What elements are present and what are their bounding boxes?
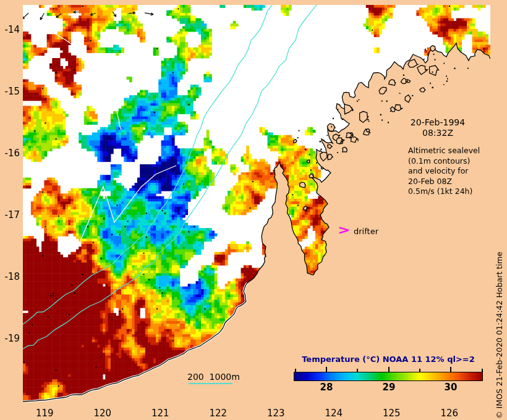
altimetric-note-line: Altimetric sealevel: [408, 146, 480, 156]
drifter-label: drifter: [354, 227, 378, 236]
x-tick-label: 123: [262, 408, 289, 419]
altimetric-note: Altimetric sealevel(0.1m contours)and ve…: [408, 146, 480, 197]
y-tick-label: -14: [0, 24, 20, 35]
y-tick-label: -15: [0, 86, 20, 97]
colorbar-title: Temperature (°C) NOAA 11 12% ql>=2: [289, 355, 487, 364]
credit-text: © IMOS 21-Feb-2020 01:24:42 Hobart time: [495, 233, 504, 419]
colorbar-tick-label: 29: [377, 382, 401, 393]
altimetric-note-line: and velocity for: [408, 166, 480, 177]
altimetric-note-line: 20-Feb 08Z: [408, 177, 480, 187]
colorbar-minor-tick: [419, 369, 420, 372]
colorbar-tick-label: 30: [438, 382, 463, 393]
x-tick-label: 121: [147, 408, 174, 419]
y-tick-label: -18: [0, 271, 20, 282]
x-tick-label: 125: [378, 408, 405, 419]
colorbar-major-tick: [326, 367, 327, 372]
depth-contour-sample-line: [189, 383, 232, 384]
depth-scale-label: 200 1000m: [187, 372, 240, 382]
x-tick-label: 126: [436, 408, 463, 419]
colorbar-minor-tick: [295, 369, 296, 372]
x-tick-label: 120: [89, 408, 116, 419]
datetime-annotation: 20-Feb-1994 08:32Z: [408, 117, 467, 138]
colorbar-gradient: [294, 372, 483, 381]
colorbar-major-tick: [450, 367, 451, 372]
x-tick-label: 124: [320, 408, 347, 419]
altimetric-note-line: 0.5m/s (1kt 24h): [408, 187, 480, 197]
altimetric-note-line: (0.1m contours): [408, 156, 480, 167]
colorbar-minor-tick: [357, 369, 358, 372]
sst-map-figure: -14-15-16-17-18-19 119120121122123124125…: [0, 0, 507, 420]
colorbar-tick-label: 28: [314, 382, 339, 393]
datetime-time: 08:32Z: [408, 128, 467, 138]
colorbar-minor-tick: [482, 369, 483, 372]
y-tick-label: -16: [0, 148, 20, 159]
datetime-date: 20-Feb-1994: [408, 117, 467, 128]
x-tick-label: 122: [205, 408, 232, 419]
colorbar-major-tick: [388, 367, 390, 372]
y-tick-label: -17: [0, 209, 20, 220]
y-tick-label: -19: [0, 333, 20, 344]
x-tick-label: 119: [31, 408, 58, 419]
drifter-marker-icon: >: [338, 222, 350, 237]
